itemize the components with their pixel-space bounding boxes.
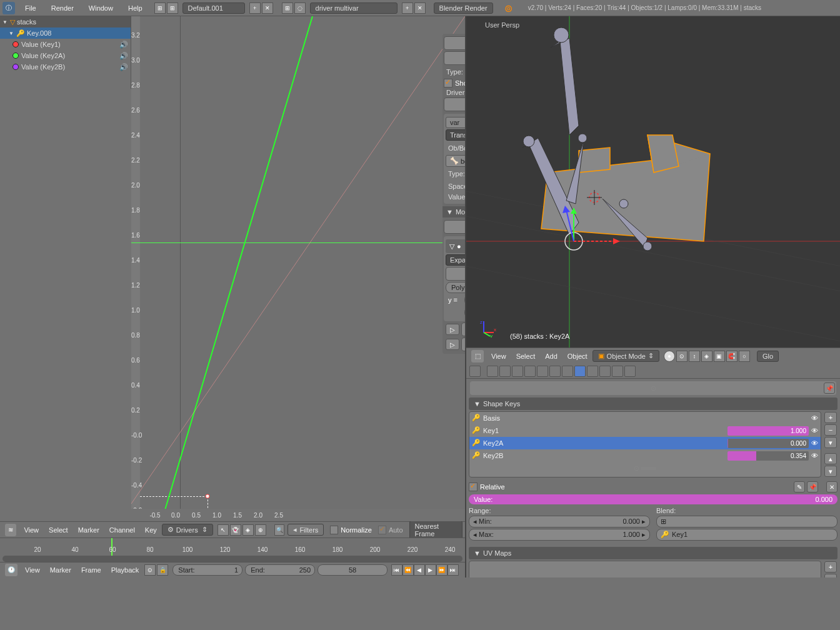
cursor-icon[interactable]: ↖: [218, 524, 229, 536]
3d-menu-select[interactable]: Select: [511, 352, 541, 360]
pin-icon[interactable]: 📌: [824, 382, 835, 394]
add-uvmap-button[interactable]: +: [824, 561, 837, 572]
shape-key-list[interactable]: 🔑 Basis 👁 🔑 Key1 1.000 👁 🔑 Key2A 0.000: [469, 411, 821, 478]
snap-icon[interactable]: 🧲: [726, 351, 738, 362]
layer-icon[interactable]: ▣: [714, 351, 725, 362]
btn-8-icon[interactable]: [574, 366, 586, 377]
modifiers-header[interactable]: ▼ Modifiers: [442, 206, 465, 218]
ghost-icon[interactable]: 👻: [230, 524, 241, 536]
scene-icon[interactable]: ◌: [294, 2, 306, 14]
move-up-button[interactable]: ▴: [824, 453, 837, 464]
add-modifier-button[interactable]: Add Modifier: [444, 220, 465, 234]
range-icon[interactable]: ⊙: [144, 564, 156, 576]
timeline-menu-playback[interactable]: Playback: [106, 566, 144, 574]
scene-browse-icon[interactable]: ⊞: [282, 2, 293, 14]
poly-order-input[interactable]: Poly Order:1: [446, 282, 465, 293]
min-input[interactable]: ◂ Min:0.000 ▸: [469, 516, 650, 528]
jump-start-button[interactable]: ⏮: [391, 564, 402, 576]
visibility-icon[interactable]: 👁: [811, 427, 818, 434]
visibility-icon[interactable]: [12, 64, 19, 70]
btn-10-icon[interactable]: [599, 366, 611, 377]
influence-expand-icon[interactable]: ▷: [446, 339, 459, 350]
3d-menu-add[interactable]: Add: [540, 352, 562, 360]
add-shapekey-button[interactable]: +: [824, 412, 837, 423]
graph-menu-view[interactable]: View: [19, 526, 44, 534]
graph-menu-marker[interactable]: Marker: [73, 526, 104, 534]
play-reverse-button[interactable]: ◀: [414, 564, 425, 576]
btn-9-icon[interactable]: [587, 366, 598, 377]
add-screen-icon[interactable]: +: [249, 2, 261, 14]
auto-checkbox[interactable]: [378, 526, 386, 534]
relative-checkbox[interactable]: [469, 482, 478, 491]
update-dependencies-button[interactable]: Update Dependencies: [444, 36, 465, 50]
render-engine-dropdown[interactable]: Blender Render: [434, 2, 493, 14]
play-button[interactable]: ▶: [425, 564, 436, 576]
timeline-menu-marker[interactable]: Marker: [45, 566, 76, 574]
filters-button[interactable]: ◂Filters: [288, 524, 324, 536]
btn-6-icon[interactable]: [549, 366, 561, 377]
del-scene-icon[interactable]: ✕: [414, 2, 426, 14]
restrict-range-expand-icon[interactable]: ▷: [446, 324, 459, 335]
channel-action[interactable]: ▼ 🔑 Key.008: [0, 28, 131, 39]
menu-file[interactable]: File: [18, 4, 44, 12]
channel-root[interactable]: ▼ ▽ stacks: [0, 16, 131, 28]
shading-dropdown-icon[interactable]: ●: [664, 351, 675, 362]
shapekey-value[interactable]: 1.000: [728, 426, 809, 436]
snap-dropdown[interactable]: Nearest Frame: [409, 521, 462, 539]
visibility-icon[interactable]: 👁: [811, 414, 818, 422]
grip-icon[interactable]: ⊙ ═══: [634, 464, 656, 472]
coefficient-0-input[interactable]: -1.500: [464, 294, 465, 306]
start-frame-input[interactable]: Start:1: [172, 564, 242, 576]
timeline-menu-view[interactable]: View: [20, 566, 45, 574]
shapekey-key1[interactable]: 🔑 Key1 1.000 👁: [469, 424, 821, 437]
3d-menu-view[interactable]: View: [486, 352, 511, 360]
scene-dropdown[interactable]: driver multivar: [310, 2, 398, 14]
jump-end-button[interactable]: ⏭: [448, 564, 459, 576]
next-keyframe-button[interactable]: ⏩: [436, 564, 448, 576]
graph-mode-dropdown[interactable]: ⚙Drivers⇕: [162, 524, 213, 536]
graph-menu-select[interactable]: Select: [44, 526, 73, 534]
3d-menu-object[interactable]: Object: [562, 352, 592, 360]
variable-type-dropdown[interactable]: Transform Channel: [446, 129, 465, 141]
prev-keyframe-button[interactable]: ⏪: [402, 564, 414, 576]
del-screen-icon[interactable]: ✕: [262, 2, 273, 14]
uv-maps-list[interactable]: [469, 561, 821, 578]
interaction-mode-dropdown[interactable]: ▣Object Mode⇕: [592, 350, 659, 362]
expand-icon[interactable]: ▼: [9, 31, 14, 36]
shapekey-edit-icon[interactable]: ✎: [794, 481, 805, 492]
blend-relative-input[interactable]: 🔑Key1: [656, 529, 838, 541]
visibility-icon[interactable]: 👁: [811, 439, 818, 447]
3d-viewport[interactable]: User Persp: [466, 16, 840, 348]
timeline-editor-icon[interactable]: 🕐: [5, 564, 18, 576]
manipulator-translate-icon[interactable]: ◈: [701, 351, 712, 362]
btn-3-icon[interactable]: [512, 366, 523, 377]
screen-browse-icon[interactable]: ⊞: [154, 2, 166, 14]
modifier-expand-icon[interactable]: ▽: [449, 242, 454, 251]
normalize-icon[interactable]: ⊕: [255, 524, 266, 536]
expand-icon[interactable]: ▼: [2, 19, 8, 25]
visibility-icon[interactable]: [12, 41, 19, 48]
layer-1-icon[interactable]: [469, 366, 481, 377]
manipulator-icon[interactable]: ↕: [689, 351, 700, 362]
shapekey-clear-button[interactable]: ✕: [826, 481, 838, 492]
mute-icon[interactable]: 🔊: [119, 63, 128, 71]
coefficient-1-input[interactable]: 1.250: [464, 307, 465, 318]
shapekey-key2b[interactable]: 🔑 Key2B 0.354 👁: [469, 449, 821, 462]
show-debug-checkbox[interactable]: [444, 79, 452, 88]
end-frame-input[interactable]: End:250: [245, 564, 315, 576]
transform-orientation-dropdown[interactable]: Glo: [757, 351, 779, 362]
btn-11-icon[interactable]: [612, 366, 623, 377]
info-editor-icon[interactable]: ⓘ: [2, 2, 15, 14]
screen-browse2-icon[interactable]: ⊞: [167, 2, 178, 14]
restrict-range-button[interactable]: Restrict Frame Range: [461, 322, 465, 336]
add-scene-icon[interactable]: +: [402, 2, 413, 14]
blend-vgroup-input[interactable]: ⊞: [656, 516, 838, 528]
max-input[interactable]: ◂ Max:1.000 ▸: [469, 529, 650, 541]
btn-5-icon[interactable]: [537, 366, 548, 377]
pivot-icon[interactable]: ⊙: [676, 351, 688, 362]
btn-2-icon[interactable]: [499, 366, 511, 377]
visibility-icon[interactable]: 👁: [811, 452, 818, 459]
handle-icon[interactable]: ◈: [242, 524, 254, 536]
remove-shapekey-button[interactable]: −: [824, 424, 837, 436]
btn-7-icon[interactable]: [562, 366, 573, 377]
